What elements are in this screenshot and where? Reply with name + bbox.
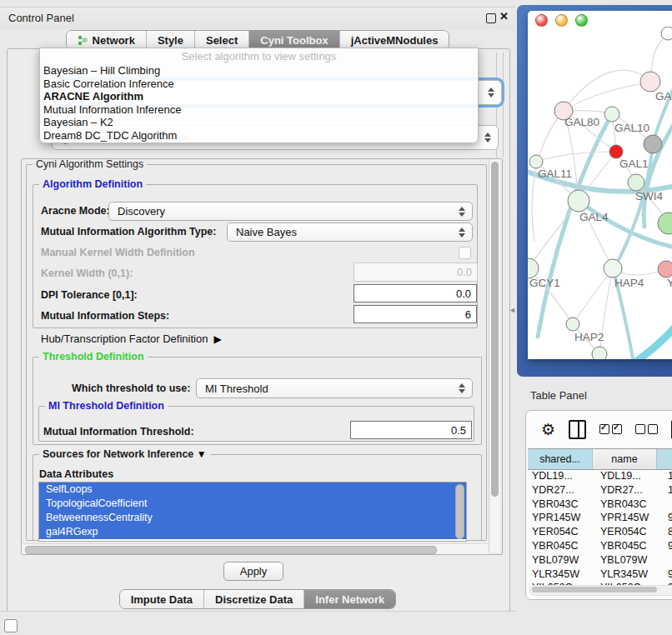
splitpane-collapse-icon[interactable]: ◄: [509, 306, 516, 314]
table-cell: YBR045C: [596, 539, 664, 553]
network-canvas[interactable]: GALGAL80GAL10GAL1GAL11SWI4GAL4GCY1HAP4YH…: [528, 27, 672, 359]
column-header-shared[interactable]: shared...: [528, 449, 593, 469]
sources-title: Sources for Network Inference ▼: [39, 449, 210, 460]
aracne-mode-value: Discovery: [118, 205, 165, 218]
sources-title-text: Sources for Network Inference: [43, 448, 193, 460]
network-edge[interactable]: [538, 114, 612, 337]
dpi-tolerance-field[interactable]: 0.0: [354, 284, 477, 302]
algorithm-list-item[interactable]: Mutual Information Inference: [40, 103, 478, 117]
algorithm-list-item[interactable]: Basic Correlation Inference: [40, 78, 478, 91]
network-node[interactable]: [566, 318, 579, 331]
table-row[interactable]: YER054CYER054C8.: [528, 525, 672, 539]
tab-cyni-toolbox[interactable]: Cyni Toolbox: [249, 31, 339, 49]
network-window: GALGAL80GAL10GAL1GAL11SWI4GAL4GCY1HAP4YH…: [528, 11, 672, 359]
network-edge[interactable]: [573, 268, 613, 324]
settings-hscroll-thumb[interactable]: [25, 546, 437, 554]
algorithm-list-item[interactable]: Dream8 DC_TDC Algorithm: [40, 129, 478, 142]
table-cell: YDR27...: [596, 483, 664, 498]
table-row[interactable]: YBR045CYBR045C9.: [528, 539, 672, 553]
table-row[interactable]: YDL19...YDL19...13: [528, 469, 672, 483]
table-cell: 9.: [664, 568, 672, 582]
mi-type-combo[interactable]: Naive Bayes: [227, 222, 473, 242]
mi-threshold-title: MI Threshold Definition: [45, 401, 168, 412]
tab-impute-data[interactable]: Impute Data: [120, 590, 204, 608]
split-columns-icon[interactable]: [569, 420, 586, 439]
tab-jactivemnodules[interactable]: jActiveMNodules: [340, 31, 449, 49]
network-node[interactable]: [661, 27, 672, 40]
attributes-scrollbar[interactable]: [455, 484, 464, 539]
network-edge[interactable]: [536, 152, 616, 162]
window-zoom-icon[interactable]: [575, 14, 588, 27]
restore-panel-icon[interactable]: [4, 619, 18, 632]
table-toolbar: ⚙: [526, 411, 672, 448]
column-header-partial[interactable]: [657, 449, 672, 469]
attribute-list-item[interactable]: gal4RGexp: [39, 525, 466, 539]
table-hscrollbar[interactable]: [529, 585, 672, 596]
mi-threshold-value: 0.5: [451, 424, 466, 437]
tab-style-label: Style: [158, 34, 183, 47]
table-row[interactable]: YPR145WYPR145W9.: [528, 511, 672, 525]
attribute-list-item[interactable]: TopologicalCoefficient: [39, 497, 466, 511]
network-node[interactable]: [644, 135, 662, 153]
network-node[interactable]: [609, 145, 623, 158]
table-cell: YBR043C: [596, 498, 664, 512]
mi-threshold-field[interactable]: 0.5: [350, 421, 472, 439]
hub-definition-row[interactable]: Hub/Transcription Factor Definition ▶: [41, 332, 222, 345]
network-node[interactable]: [604, 259, 622, 278]
settings-vscroll-thumb[interactable]: [491, 162, 499, 497]
table-row[interactable]: YBL079WYBL079W: [528, 553, 672, 568]
network-edge[interactable]: [564, 82, 650, 111]
window-close-icon[interactable]: [535, 14, 548, 27]
network-node[interactable]: [658, 261, 672, 278]
network-node[interactable]: [658, 212, 672, 234]
network-node[interactable]: [592, 347, 607, 359]
control-panel-tabbar: Network Style Select Cyni Toolbox jActiv…: [0, 30, 515, 49]
deselect-all-icon[interactable]: [635, 424, 658, 434]
mi-steps-field[interactable]: 6: [354, 305, 477, 323]
settings-hscrollbar[interactable]: [22, 543, 488, 554]
gear-icon[interactable]: ⚙: [541, 422, 555, 438]
float-panel-icon[interactable]: [486, 13, 496, 23]
network-edge[interactable]: [564, 70, 650, 111]
which-threshold-combo[interactable]: MI Threshold: [196, 378, 473, 398]
data-attributes-list[interactable]: SelfLoopsTopologicalCoefficientBetweenne…: [38, 482, 467, 542]
algorithm-list-item[interactable]: Bayesian – Hill Climbing: [40, 64, 478, 78]
network-node[interactable]: [568, 190, 589, 212]
close-icon[interactable]: ✕: [499, 10, 509, 22]
hub-expand-icon[interactable]: ▶: [213, 333, 221, 345]
network-icon: [78, 35, 88, 46]
column-header-name[interactable]: name: [593, 449, 657, 469]
apply-button[interactable]: Apply: [223, 562, 283, 581]
network-node[interactable]: [628, 174, 644, 191]
network-graph[interactable]: GALGAL80GAL10GAL1GAL11SWI4GAL4GCY1HAP4YH…: [528, 27, 672, 359]
sources-collapse-icon[interactable]: ▼: [197, 448, 207, 460]
algorithm-list-item[interactable]: ARACNE Algorithm: [40, 90, 478, 103]
bottom-tabbar: Impute Data Discretize Data Infer Networ…: [0, 589, 515, 608]
table-cell: YBL079W: [596, 553, 664, 568]
tab-network[interactable]: Network: [67, 31, 147, 49]
network-node[interactable]: [529, 155, 543, 168]
tab-select[interactable]: Select: [195, 31, 249, 49]
network-node[interactable]: [528, 258, 539, 278]
table-row[interactable]: YBR043CYBR043C: [528, 498, 672, 512]
attribute-list-item[interactable]: SelfLoops: [39, 482, 466, 497]
manual-kernel-checkbox[interactable]: [459, 247, 471, 259]
tab-style[interactable]: Style: [147, 31, 195, 49]
table-box: ⚙ shared... name YDL19...YDL19...13YDR27…: [525, 410, 672, 600]
table-row[interactable]: YLR345WYLR345W9.: [528, 568, 672, 582]
tab-discretize-data[interactable]: Discretize Data: [204, 590, 304, 608]
network-node[interactable]: [640, 72, 660, 92]
table-hscroll-thumb[interactable]: [532, 587, 657, 592]
dpi-tolerance-label: DPI Tolerance [0,1]:: [41, 289, 138, 301]
network-node[interactable]: [604, 107, 619, 122]
table-row[interactable]: YDR27...YDR27...12: [528, 483, 672, 498]
select-all-icon[interactable]: [599, 424, 622, 434]
network-node-label: SWI4: [635, 190, 663, 202]
attribute-list-item[interactable]: BetweennessCentrality: [39, 511, 466, 525]
settings-vscrollbar[interactable]: [489, 159, 500, 552]
tab-infer-network[interactable]: Infer Network: [304, 590, 395, 608]
algorithm-list-item[interactable]: Bayesian – K2: [40, 116, 478, 129]
window-minimize-icon[interactable]: [555, 14, 568, 27]
aracne-mode-combo[interactable]: Discovery: [108, 202, 473, 221]
combo-arrows-icon: [459, 207, 465, 217]
